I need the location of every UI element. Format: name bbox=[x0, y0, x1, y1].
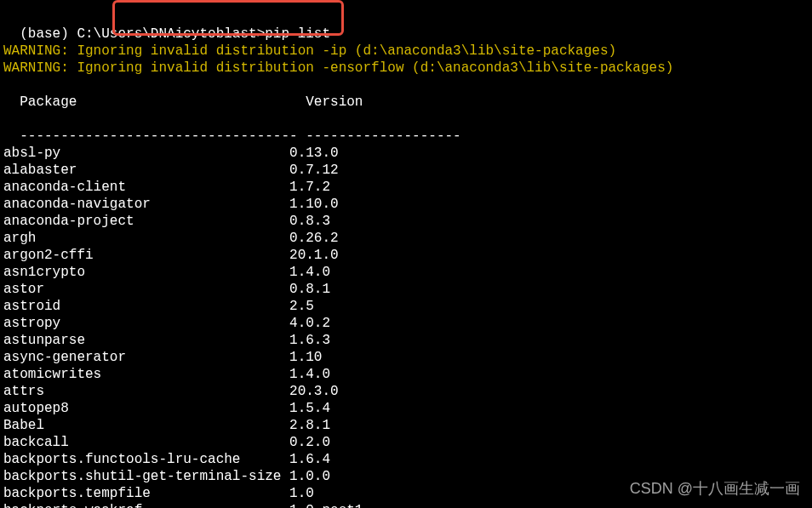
table-row: absl-py 0.13.0 bbox=[3, 145, 809, 162]
table-row: astropy 4.0.2 bbox=[3, 315, 809, 332]
table-row: backports.weakref 1.0.post1 bbox=[3, 502, 809, 508]
table-row: asn1crypto 1.4.0 bbox=[3, 264, 809, 281]
divider-line: ---------------------------------- -----… bbox=[20, 128, 460, 144]
table-row: anaconda-client 1.7.2 bbox=[3, 179, 809, 196]
table-row: astroid 2.5 bbox=[3, 298, 809, 315]
command-prompt-line: (base) C:\Users\DNAicytoblast>pip list bbox=[3, 9, 809, 43]
table-row: backports.functools-lru-cache 1.6.4 bbox=[3, 451, 809, 468]
table-row: argh 0.26.2 bbox=[3, 230, 809, 247]
table-divider: ---------------------------------- -----… bbox=[3, 111, 809, 145]
table-row: astor 0.8.1 bbox=[3, 281, 809, 298]
table-row: Babel 2.8.1 bbox=[3, 417, 809, 434]
watermark-text: CSDN @十八画生减一画 bbox=[630, 480, 800, 497]
table-row: astunparse 1.6.3 bbox=[3, 332, 809, 349]
csdn-watermark: CSDN @十八画生减一画 bbox=[630, 479, 800, 499]
table-row: alabaster 0.7.12 bbox=[3, 162, 809, 179]
prompt-text: (base) C:\Users\DNAicytoblast>pip list bbox=[20, 26, 330, 42]
warnings-block: WARNING: Ignoring invalid distribution -… bbox=[3, 43, 809, 77]
table-row: attrs 20.3.0 bbox=[3, 383, 809, 400]
table-row: argon2-cffi 20.1.0 bbox=[3, 247, 809, 264]
table-row: anaconda-project 0.8.3 bbox=[3, 213, 809, 230]
table-row: autopep8 1.5.4 bbox=[3, 400, 809, 417]
warning-line: WARNING: Ignoring invalid distribution -… bbox=[3, 60, 809, 77]
warning-line: WARNING: Ignoring invalid distribution -… bbox=[3, 43, 809, 60]
header-package: Package Version bbox=[20, 94, 363, 110]
table-row: backcall 0.2.0 bbox=[3, 434, 809, 451]
table-header: Package Version bbox=[3, 77, 809, 111]
table-row: async-generator 1.10 bbox=[3, 349, 809, 366]
table-row: anaconda-navigator 1.10.0 bbox=[3, 196, 809, 213]
table-row: atomicwrites 1.4.0 bbox=[3, 366, 809, 383]
package-list: absl-py 0.13.0alabaster 0.7.12anaconda-c… bbox=[3, 145, 809, 508]
